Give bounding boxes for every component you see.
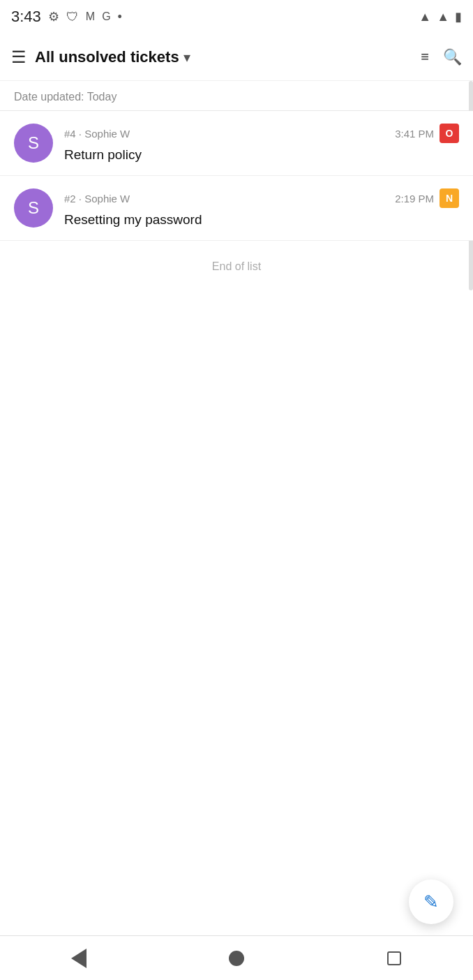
- dot-icon: •: [118, 10, 122, 24]
- search-icon[interactable]: 🔍: [443, 48, 462, 66]
- google-icon: G: [102, 10, 110, 23]
- battery-icon: ▮: [455, 9, 462, 24]
- status-bar-right: ▲ ▲ ▮: [419, 9, 462, 24]
- toolbar-actions: ≡ 🔍: [421, 48, 462, 66]
- ticket-list: S #4 · Sophie W 3:41 PM O Return policy …: [0, 111, 473, 241]
- ticket-content: #4 · Sophie W 3:41 PM O Return policy: [64, 124, 459, 163]
- ticket-badge-new: N: [440, 188, 459, 208]
- filter-icon[interactable]: ≡: [421, 49, 429, 65]
- status-time: 3:43: [11, 8, 41, 26]
- ticket-item[interactable]: S #4 · Sophie W 3:41 PM O Return policy: [0, 111, 473, 176]
- gmail-icon: M: [86, 10, 95, 23]
- avatar: S: [14, 124, 53, 163]
- ticket-time: 3:41 PM: [395, 128, 434, 140]
- ticket-time-area: 2:19 PM N: [395, 188, 459, 208]
- date-section: Date updated: Today: [0, 81, 473, 111]
- date-label: Date updated: Today: [14, 91, 117, 103]
- recents-button[interactable]: [377, 942, 411, 975]
- avatar-letter: S: [28, 133, 39, 153]
- ticket-time-area: 3:41 PM O: [395, 124, 459, 143]
- settings-icon: ⚙: [48, 9, 59, 24]
- ticket-meta: #4 · Sophie W 3:41 PM O: [64, 124, 459, 143]
- recents-icon: [387, 951, 401, 965]
- shield-icon: 🛡: [66, 10, 79, 24]
- ticket-meta: #2 · Sophie W 2:19 PM N: [64, 188, 459, 208]
- ticket-info: #2 · Sophie W: [64, 193, 130, 205]
- ticket-badge-open: O: [440, 124, 459, 143]
- wifi-icon: ▲: [419, 10, 431, 24]
- toolbar: ☰ All unsolved tickets ▾ ≡ 🔍: [0, 34, 473, 81]
- end-of-list-label: End of list: [0, 241, 473, 292]
- bottom-nav: [0, 935, 473, 980]
- ticket-item[interactable]: S #2 · Sophie W 2:19 PM N Resetting my p…: [0, 176, 473, 241]
- back-icon: [71, 949, 87, 968]
- avatar: S: [14, 188, 53, 228]
- ticket-time: 2:19 PM: [395, 193, 434, 205]
- home-button[interactable]: [220, 942, 253, 975]
- ticket-title: Return policy: [64, 147, 459, 163]
- back-button[interactable]: [62, 942, 96, 975]
- compose-fab[interactable]: ✎: [409, 879, 453, 924]
- avatar-letter: S: [28, 198, 39, 218]
- toolbar-title-area[interactable]: All unsolved tickets ▾: [35, 48, 412, 66]
- status-bar-left: 3:43 ⚙ 🛡 M G •: [11, 8, 122, 26]
- dropdown-icon: ▾: [183, 49, 190, 66]
- menu-icon[interactable]: ☰: [11, 47, 27, 67]
- status-bar: 3:43 ⚙ 🛡 M G • ▲ ▲ ▮: [0, 0, 473, 34]
- toolbar-title: All unsolved tickets: [35, 48, 179, 66]
- signal-icon: ▲: [437, 10, 449, 24]
- ticket-info: #4 · Sophie W: [64, 128, 130, 140]
- ticket-title: Resetting my password: [64, 212, 459, 228]
- home-icon: [229, 951, 244, 966]
- ticket-content: #2 · Sophie W 2:19 PM N Resetting my pas…: [64, 188, 459, 228]
- edit-icon: ✎: [423, 891, 439, 913]
